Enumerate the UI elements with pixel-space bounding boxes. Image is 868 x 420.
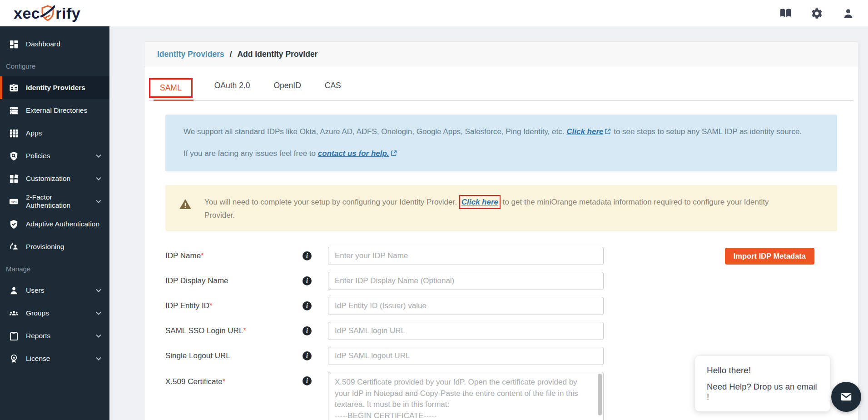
info-tooltip-icon[interactable]: i xyxy=(303,326,312,335)
sidebar-item-policies[interactable]: Policies xyxy=(0,145,109,167)
sidebar-item-external-directories[interactable]: External Directories xyxy=(0,99,109,122)
documentation-book-icon[interactable] xyxy=(779,7,792,20)
required-asterisk: * xyxy=(223,377,226,386)
sidebar-item-apps[interactable]: Apps xyxy=(0,122,109,145)
sidebar-item-identity-providers[interactable]: Identity Providers xyxy=(0,76,109,99)
chevron-down-icon xyxy=(96,357,101,360)
tab-saml[interactable]: SAML xyxy=(149,78,193,98)
one-two-three-icon: 123 xyxy=(9,196,19,207)
chevron-down-icon xyxy=(96,200,101,203)
setup-steps-link[interactable]: Click here xyxy=(566,127,603,136)
sidebar-section-manage: Manage xyxy=(0,258,109,279)
shield-search-icon xyxy=(9,151,19,161)
shield-check-icon xyxy=(9,219,19,230)
tab-openid[interactable]: OpenID xyxy=(272,81,303,98)
svg-text:123: 123 xyxy=(11,200,17,204)
sidebar-item-provisioning[interactable]: Provisioning xyxy=(0,235,109,258)
protocol-tabs: SAML OAuth 2.0 OpenID CAS xyxy=(149,78,853,101)
chevron-down-icon xyxy=(96,311,101,315)
envelope-icon xyxy=(839,390,853,404)
breadcrumb-separator: / xyxy=(230,50,232,59)
chat-launcher-button[interactable] xyxy=(831,382,861,412)
tab-saml-label: SAML xyxy=(160,83,182,92)
x509-certificate-textarea[interactable] xyxy=(328,372,604,420)
external-link-icon xyxy=(604,128,611,135)
brand-logo[interactable]: xec rify xyxy=(14,5,80,22)
chat-greeting: Hello there! xyxy=(707,365,818,375)
form-row-idp-entity-id: IDP Entity ID* i xyxy=(165,297,837,315)
chevron-down-icon xyxy=(96,334,101,338)
breadcrumb: Identity Providers / Add Identity Provid… xyxy=(144,42,858,67)
single-logout-url-input[interactable] xyxy=(328,347,604,365)
setup-warning-banner: You will need to complete your setup by … xyxy=(165,185,837,231)
profile-person-icon[interactable] xyxy=(842,7,854,20)
sidebar-item-customization[interactable]: Customization xyxy=(0,167,109,190)
sidebar-item-label: Groups xyxy=(26,309,49,317)
metadata-link-annotation: Click here xyxy=(459,195,501,209)
sidebar-item-2fa[interactable]: 123 2-Factor Authentication xyxy=(0,190,109,213)
shield-logo-icon xyxy=(40,5,55,22)
tab-cas[interactable]: CAS xyxy=(323,81,343,98)
logo-text-right: rify xyxy=(55,5,80,22)
settings-gear-icon[interactable] xyxy=(811,7,823,20)
x509-certificate-label: X.509 Certificate* xyxy=(165,372,303,386)
license-medal-icon xyxy=(9,354,19,364)
sidebar-item-label: Reports xyxy=(26,332,50,340)
dashboard-icon xyxy=(9,39,19,50)
active-tab-underline xyxy=(154,100,193,101)
metadata-click-here-link[interactable]: Click here xyxy=(461,198,498,206)
contact-us-link[interactable]: contact us for help. xyxy=(318,149,389,158)
sidebar-item-label: Customization xyxy=(26,175,70,183)
sidebar-item-label: License xyxy=(26,355,50,363)
idp-name-label: IDP Name* xyxy=(165,251,303,260)
chevron-down-icon xyxy=(96,177,101,180)
header-icon-group xyxy=(779,7,854,20)
info-tooltip-icon[interactable]: i xyxy=(303,301,312,310)
info-tooltip-icon[interactable]: i xyxy=(303,251,312,260)
required-asterisk: * xyxy=(209,301,213,310)
sidebar-item-label: 2-Factor Authentication xyxy=(26,193,96,210)
sidebar-item-groups[interactable]: Groups xyxy=(0,302,109,325)
clipboard-icon xyxy=(9,331,19,341)
chevron-down-icon xyxy=(96,289,101,292)
sidebar-item-label: Identity Providers xyxy=(26,84,85,92)
required-asterisk: * xyxy=(243,326,246,335)
top-header: xec rify xyxy=(0,0,868,26)
tab-oauth2[interactable]: OAuth 2.0 xyxy=(213,81,252,98)
form-row-idp-display-name: IDP Display Name i xyxy=(165,272,837,290)
sso-login-url-label: SAML SSO Login URL* xyxy=(165,326,303,335)
idp-display-name-input[interactable] xyxy=(328,272,604,290)
breadcrumb-current-page: Add Identity Provider xyxy=(237,50,317,59)
single-logout-url-label: Single Logout URL xyxy=(165,351,303,360)
sidebar-item-adaptive-auth[interactable]: Adaptive Authentication xyxy=(0,213,109,235)
idp-name-input[interactable] xyxy=(328,247,604,265)
form-row-sso-login-url: SAML SSO Login URL* i xyxy=(165,322,837,340)
logo-text-left: xec xyxy=(14,5,40,22)
sidebar-item-label: Dashboard xyxy=(26,40,60,48)
info-tooltip-icon[interactable]: i xyxy=(303,351,312,360)
user-icon xyxy=(9,285,19,296)
sidebar-nav: Dashboard Configure Identity Providers E… xyxy=(0,26,109,420)
sidebar-item-license[interactable]: License xyxy=(0,347,109,370)
sidebar-item-dashboard[interactable]: Dashboard xyxy=(0,33,109,55)
chat-message: Need Help? Drop us an email ! xyxy=(707,382,818,402)
info-tooltip-icon[interactable]: i xyxy=(303,276,312,285)
sidebar-item-label: Adaptive Authentication xyxy=(26,220,99,228)
chevron-down-icon xyxy=(96,154,101,158)
warning-triangle-icon xyxy=(179,198,192,210)
sidebar-item-label: Apps xyxy=(26,129,42,137)
idp-display-name-label: IDP Display Name xyxy=(165,276,303,285)
sidebar-item-reports[interactable]: Reports xyxy=(0,325,109,347)
textarea-scrollbar-thumb[interactable] xyxy=(598,374,602,415)
sso-login-url-input[interactable] xyxy=(328,322,604,340)
info-tooltip-icon[interactable]: i xyxy=(303,376,312,385)
idp-entity-id-input[interactable] xyxy=(328,297,604,315)
breadcrumb-identity-providers-link[interactable]: Identity Providers xyxy=(157,50,224,59)
sidebar-item-users[interactable]: Users xyxy=(0,279,109,302)
apps-grid-icon xyxy=(9,128,19,139)
form-row-idp-name: IDP Name* i Import IDP Metadata xyxy=(165,247,837,265)
sidebar-section-configure: Configure xyxy=(0,55,109,76)
import-idp-metadata-button[interactable]: Import IDP Metadata xyxy=(725,248,814,265)
chat-help-bubble: Hello there! Need Help? Drop us an email… xyxy=(695,356,830,411)
id-badge-icon xyxy=(9,83,19,93)
